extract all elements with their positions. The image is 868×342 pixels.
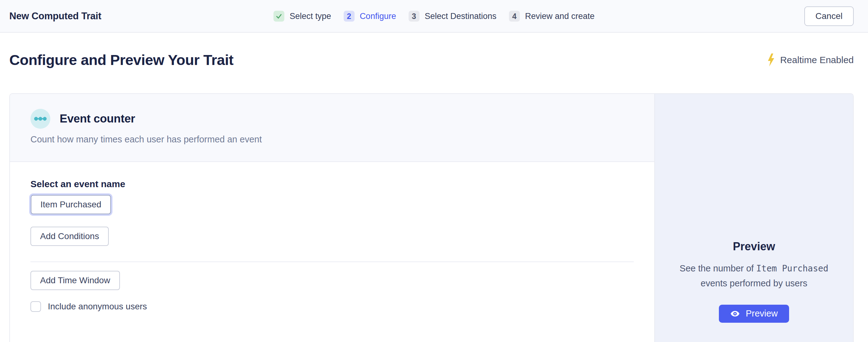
event-name-select[interactable]: Item Purchased [31, 195, 111, 214]
step-complete-badge [273, 10, 284, 22]
step-label: Review and create [525, 11, 595, 21]
step-select-type[interactable]: Select type [273, 10, 331, 22]
three-dots-counter-icon [34, 116, 46, 121]
preview-description: See the number of Item Purchased events … [672, 261, 836, 291]
step-label: Select type [289, 11, 331, 21]
include-anonymous-checkbox[interactable] [30, 301, 41, 312]
trait-config-body: Select an event name Item Purchased Add … [10, 162, 654, 342]
cancel-button[interactable]: Cancel [804, 6, 854, 26]
top-bar: New Computed Trait Select type 2 Configu… [0, 0, 868, 33]
preview-description-prefix: See the number of [680, 263, 756, 273]
wizard-stepper: Select type 2 Configure 3 Select Destina… [273, 10, 594, 22]
trait-type-title: Event counter [60, 112, 135, 125]
preview-button-label: Preview [746, 308, 778, 319]
trait-type-header: Event counter Count how many times each … [10, 94, 654, 162]
realtime-status: Realtime Enabled [767, 54, 854, 66]
check-icon [276, 13, 282, 19]
realtime-label: Realtime Enabled [780, 55, 854, 65]
main-content: Configure and Preview Your Trait Realtim… [0, 51, 868, 342]
eye-icon [730, 309, 740, 319]
preview-title: Preview [672, 240, 836, 253]
window-title: New Computed Trait [9, 10, 101, 22]
event-counter-icon [30, 109, 50, 129]
page-title: Configure and Preview Your Trait [9, 51, 233, 68]
event-name-label: Select an event name [30, 179, 634, 189]
step-select-destinations[interactable]: 3 Select Destinations [408, 10, 496, 22]
step-label: Configure [360, 11, 396, 21]
step-configure[interactable]: 2 Configure [344, 10, 396, 22]
trait-type-description: Count how many times each user has perfo… [30, 134, 634, 145]
add-conditions-button[interactable]: Add Conditions [30, 227, 109, 246]
preview-button[interactable]: Preview [719, 305, 789, 323]
step-number-badge: 3 [408, 10, 420, 22]
preview-description-suffix: events performed by users [701, 278, 807, 288]
add-time-window-button[interactable]: Add Time Window [30, 271, 120, 290]
step-label: Select Destinations [425, 11, 496, 21]
trait-config-card: Event counter Count how many times each … [9, 93, 854, 342]
step-review-and-create[interactable]: 4 Review and create [509, 10, 595, 22]
step-number-badge: 4 [509, 10, 520, 22]
include-anonymous-label: Include anonymous users [48, 302, 147, 312]
preview-panel: Preview See the number of Item Purchased… [654, 94, 853, 342]
preview-event-name: Item Purchased [756, 263, 828, 273]
step-number-badge: 2 [344, 10, 354, 22]
lightning-bolt-icon [767, 54, 775, 66]
